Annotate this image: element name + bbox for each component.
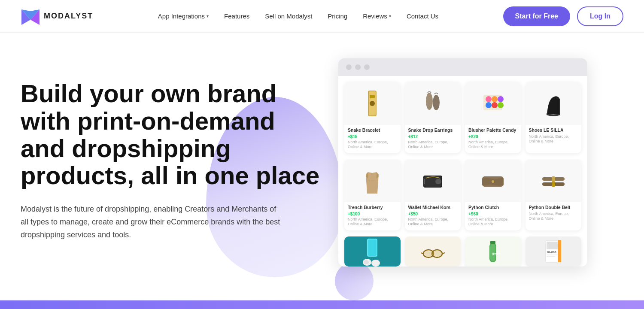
svg-point-23 [492, 180, 494, 183]
svg-rect-29 [368, 239, 377, 256]
product-info: Shoes LE SILLA North America, Europe, On… [526, 125, 582, 148]
navbar: MODALYST App Integrations ▾ Features Sel… [0, 0, 644, 33]
product-card: Wallet Michael Kors +$50 North America, … [405, 159, 461, 230]
hero-section: Build your own brand with print-on-deman… [0, 33, 644, 309]
product-image [405, 82, 461, 125]
svg-point-8 [426, 93, 433, 110]
product-name: Python Clutch [468, 205, 518, 211]
product-name: Trench Burberry [348, 205, 397, 211]
browser-dot-2 [355, 64, 361, 70]
nav-pricing[interactable]: Pricing [322, 9, 353, 23]
svg-text:green: green [492, 252, 500, 255]
svg-rect-27 [552, 182, 555, 187]
hero-content: Build your own brand with print-on-deman… [21, 67, 321, 241]
svg-rect-17 [369, 181, 376, 181]
product-supplier: North America, Europe, Online & More [468, 140, 518, 150]
svg-point-35 [424, 251, 433, 257]
product-card: Blusher Palette Candy +$20 North America… [465, 82, 521, 153]
product-info: Blusher Palette Candy +$20 North America… [465, 125, 521, 153]
product-supplier: North America, Europe, Online & More [468, 217, 518, 227]
product-name: Snake Bracelet [348, 127, 397, 133]
svg-point-14 [486, 102, 492, 108]
product-supplier: North America, Europe, Online & More [408, 217, 458, 227]
product-supplier: North America, Europe, Online & More [348, 140, 397, 150]
product-grid-row2: Trench Burberry +$100 North America, Eur… [338, 159, 587, 236]
log-in-button[interactable]: Log In [577, 6, 623, 26]
nav-features[interactable]: Features [218, 9, 255, 23]
product-supplier: North America, Europe, Online & More [408, 140, 458, 150]
svg-point-16 [498, 102, 504, 108]
browser-dot-3 [364, 64, 370, 70]
svg-rect-44 [547, 254, 558, 255]
product-price: +$12 [408, 134, 458, 139]
product-image [344, 82, 401, 125]
product-image: green [465, 236, 521, 267]
svg-rect-6 [370, 95, 375, 98]
svg-point-32 [364, 260, 369, 264]
product-card: green [465, 236, 521, 267]
svg-rect-46 [558, 240, 561, 262]
svg-text:BLOXX: BLOXX [547, 251, 556, 253]
svg-point-12 [492, 96, 498, 102]
product-card: Shoes LE SILLA North America, Europe, On… [526, 82, 582, 153]
product-name: Python Double Belt [529, 205, 578, 211]
product-info: Python Double Belt North America, Europe… [526, 202, 582, 225]
decorative-circle [335, 262, 374, 300]
product-image [465, 159, 521, 202]
nav-links: App Integrations ▾ Features Sell on Moda… [152, 9, 444, 23]
brand-name: MODALYST [44, 12, 93, 21]
svg-rect-42 [547, 242, 558, 249]
svg-rect-20 [435, 179, 441, 184]
product-price: +$100 [348, 212, 397, 216]
chevron-down-icon: ▾ [207, 14, 209, 18]
svg-point-9 [433, 95, 440, 110]
product-supplier: North America, Europe, Online & More [529, 134, 578, 144]
product-name: Wallet Michael Kors [408, 205, 458, 211]
product-grid-row3: green BLOXX [338, 236, 587, 267]
nav-app-integrations[interactable]: App Integrations ▾ [152, 9, 215, 23]
svg-point-7 [370, 101, 375, 106]
product-supplier: North America, Europe, Online & More [529, 212, 578, 221]
svg-rect-21 [424, 179, 425, 184]
product-image [526, 82, 582, 125]
nav-actions: Start for Free Log In [503, 6, 623, 26]
svg-rect-26 [552, 176, 555, 182]
svg-point-15 [492, 102, 498, 108]
product-price: +$15 [348, 134, 397, 139]
browser-bar [338, 58, 587, 76]
nav-sell-on-modalyst[interactable]: Sell on Modalyst [259, 9, 318, 23]
product-name: Shoes LE SILLA [529, 127, 578, 133]
start-for-free-button[interactable]: Start for Free [503, 6, 570, 26]
product-price: +$60 [468, 212, 518, 216]
product-image [526, 159, 582, 202]
product-card: BLOXX [526, 236, 582, 267]
logo[interactable]: MODALYST [21, 7, 93, 26]
product-image [465, 82, 521, 125]
browser-dot-1 [346, 64, 352, 70]
product-card: Trench Burberry +$100 North America, Eur… [344, 159, 401, 230]
product-image [344, 159, 401, 202]
product-card: Snake Bracelet +$15 North America, Europ… [344, 82, 401, 153]
svg-point-36 [433, 251, 441, 257]
svg-point-13 [498, 96, 504, 102]
chevron-down-icon: ▾ [389, 14, 391, 18]
hero-title: Build your own brand with print-on-deman… [21, 80, 321, 189]
product-info: Python Clutch +$60 North America, Europe… [465, 202, 521, 230]
hero-description: Modalyst is the future of dropshipping, … [21, 203, 283, 241]
accent-bar [0, 300, 644, 309]
product-info: Wallet Michael Kors +$50 North America, … [405, 202, 461, 230]
product-card: Snake Drop Earrings +$12 North America, … [405, 82, 461, 153]
product-card: Python Double Belt North America, Europe… [526, 159, 582, 230]
product-info: Snake Drop Earrings +$12 North America, … [405, 125, 461, 153]
svg-point-11 [486, 96, 492, 102]
product-info: Snake Bracelet +$15 North America, Europ… [344, 125, 401, 153]
svg-rect-39 [490, 241, 495, 244]
product-card: Python Clutch +$60 North America, Europe… [465, 159, 521, 230]
product-name: Blusher Palette Candy [468, 127, 518, 133]
nav-reviews[interactable]: Reviews ▾ [357, 9, 397, 23]
nav-contact-us[interactable]: Contact Us [401, 9, 444, 23]
product-price: +$50 [408, 212, 458, 216]
product-info: Trench Burberry +$100 North America, Eur… [344, 202, 401, 230]
product-price: +$20 [468, 134, 518, 139]
product-card [405, 236, 461, 267]
